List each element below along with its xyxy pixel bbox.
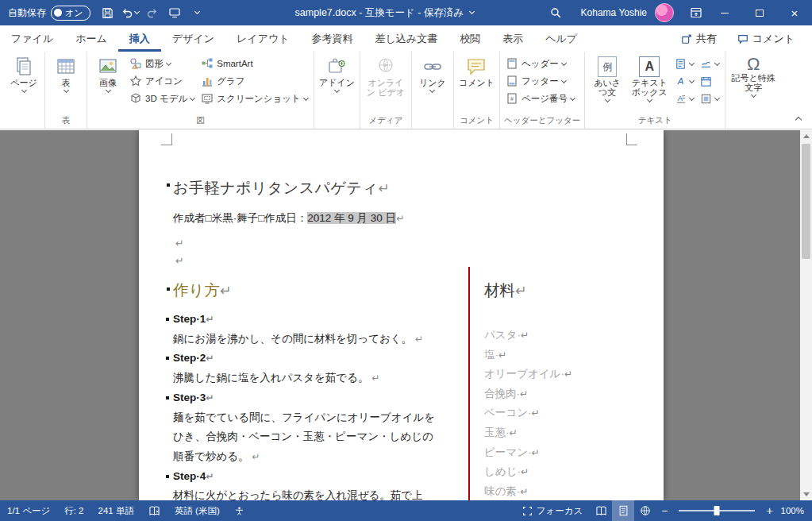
tab-insert[interactable]: 挿入: [118, 25, 161, 52]
redo-button[interactable]: [141, 2, 164, 24]
shapes-button[interactable]: 図形: [126, 55, 198, 72]
outline-mark: [166, 357, 169, 360]
line-indicator[interactable]: 行: 2: [57, 500, 90, 521]
autosave-toggle[interactable]: オン: [51, 6, 90, 21]
shapes-label: 図形: [145, 58, 164, 70]
zoom-out-button[interactable]: −: [656, 504, 672, 517]
page-number-label: ページ番号: [521, 93, 568, 105]
tab-layout[interactable]: レイアウト: [225, 25, 301, 52]
document-page[interactable]: お手軽ナポリタンスパゲティ↵ 作成者□米黒·舞子□作成日：2012 年 9 月 …: [139, 130, 664, 500]
comments-bubble-icon: [737, 33, 749, 44]
accessibility-status-button[interactable]: [227, 500, 252, 521]
zoom-slider-thumb[interactable]: [714, 506, 720, 515]
wordart-icon: A: [675, 75, 687, 87]
vertical-scrollbar[interactable]: [800, 130, 812, 500]
search-button[interactable]: [545, 2, 567, 24]
user-name[interactable]: Kohama Yoshie: [581, 7, 647, 18]
read-mode-view-button[interactable]: [590, 500, 612, 521]
drop-cap-button[interactable]: A: [672, 90, 697, 107]
addins-button[interactable]: アドイン: [317, 53, 357, 94]
textbox-icon: A: [639, 56, 660, 77]
web-layout-view-button[interactable]: [634, 500, 656, 521]
textbox-button[interactable]: A テキストボックス: [627, 53, 672, 103]
3d-models-icon: [129, 92, 142, 105]
scroll-up-button[interactable]: [800, 130, 812, 142]
tab-view[interactable]: 表示: [491, 25, 534, 52]
ingredient-item: ピーマン·↵: [484, 443, 572, 463]
quick-access-more-button[interactable]: [186, 2, 208, 24]
zoom-in-button[interactable]: +: [761, 504, 777, 517]
undo-button[interactable]: [119, 2, 141, 24]
tab-file[interactable]: ファイル: [0, 25, 64, 52]
tab-help[interactable]: ヘルプ: [534, 25, 588, 52]
wordart-button[interactable]: A: [672, 72, 697, 90]
read-mode-icon: [595, 506, 607, 516]
tab-mailings[interactable]: 差し込み文書: [364, 25, 449, 52]
link-button[interactable]: リンク: [414, 53, 451, 94]
collapse-ribbon-button[interactable]: [791, 112, 806, 125]
symbol-button[interactable]: Ω 記号と特殊文字: [728, 53, 779, 98]
proofing-status-button[interactable]: [141, 500, 167, 521]
quick-parts-button[interactable]: [672, 55, 697, 72]
byline-date-field: 2012 年 9 月 30 日: [307, 212, 396, 224]
save-button[interactable]: [97, 2, 119, 24]
pictures-button[interactable]: 画像: [90, 53, 126, 94]
status-bar: 1/1 ページ 行: 2 241 単語 英語 (米国) フォーカス: [0, 500, 812, 521]
table-button[interactable]: 表: [48, 53, 84, 94]
zoom-slider[interactable]: [679, 510, 755, 511]
scrollbar-thumb[interactable]: [802, 144, 810, 259]
page-number-icon: #: [506, 92, 518, 105]
minimize-button[interactable]: [707, 0, 742, 25]
new-comment-button[interactable]: コメント: [456, 53, 497, 89]
ribbon-group-media: オンライン ビデオ メディア: [360, 52, 412, 129]
page-indicator[interactable]: 1/1 ページ: [0, 500, 57, 521]
title-dropdown-caret[interactable]: [469, 9, 475, 14]
zoom-percentage[interactable]: 100%: [778, 506, 812, 515]
page-number-button[interactable]: # ページ番号: [502, 90, 578, 107]
close-button[interactable]: ×: [777, 0, 812, 25]
word-count[interactable]: 241 単語: [91, 500, 141, 521]
ribbon-group-addins: アドイン: [314, 52, 360, 129]
comments-toggle-button[interactable]: コメント: [729, 29, 802, 48]
maximize-button[interactable]: [742, 0, 777, 25]
icons-label: アイコン: [145, 75, 183, 87]
tab-review[interactable]: 校閲: [448, 25, 491, 52]
header-button[interactable]: ヘッダー: [502, 55, 578, 72]
touch-mouse-mode-button[interactable]: [164, 2, 186, 24]
ribbon-group-illustrations: 画像 図形 アイコン: [87, 52, 314, 129]
focus-mode-button[interactable]: フォーカス: [515, 500, 591, 521]
smartart-button[interactable]: SmartArt: [198, 55, 311, 72]
object-button[interactable]: [697, 90, 722, 107]
greeting-line-button[interactable]: 例 あいさつ文: [587, 53, 627, 103]
header-footer-column: ヘッダー フッター # ページ番号: [502, 53, 578, 107]
chart-icon: [201, 75, 214, 87]
footer-button[interactable]: フッター: [502, 72, 578, 90]
share-button[interactable]: 共有: [673, 29, 725, 48]
icons-button[interactable]: アイコン: [126, 72, 198, 90]
new-comment-icon: [466, 56, 487, 77]
table-dropdown-caret: [63, 87, 68, 93]
scroll-up-icon: [803, 134, 810, 138]
date-time-button[interactable]: [697, 72, 722, 90]
online-video-icon: [375, 56, 396, 77]
pages-button[interactable]: ページ: [6, 53, 42, 94]
chart-button[interactable]: グラフ: [198, 72, 311, 90]
tab-design[interactable]: デザイン: [161, 25, 225, 52]
ribbon-display-options-button[interactable]: [685, 2, 707, 24]
3d-models-button[interactable]: 3D モデル: [126, 90, 198, 107]
tab-references[interactable]: 参考資料: [301, 25, 364, 52]
print-layout-view-button[interactable]: [612, 500, 634, 521]
screenshot-button[interactable]: スクリーンショット: [198, 90, 311, 107]
signature-line-caret: [714, 60, 720, 65]
outline-mark: [166, 318, 169, 321]
table-group-label: 表: [48, 114, 84, 128]
language-indicator[interactable]: 英語 (米国): [167, 500, 227, 521]
textbox-dropdown-caret: [647, 97, 652, 102]
omega-symbol-icon: Ω: [747, 56, 760, 72]
tab-home[interactable]: ホーム: [64, 25, 118, 52]
wordart-caret: [689, 77, 695, 83]
scroll-down-button[interactable]: [800, 488, 812, 500]
user-avatar[interactable]: [655, 3, 674, 22]
signature-line-button[interactable]: [697, 55, 722, 72]
column-rule: [468, 267, 470, 500]
